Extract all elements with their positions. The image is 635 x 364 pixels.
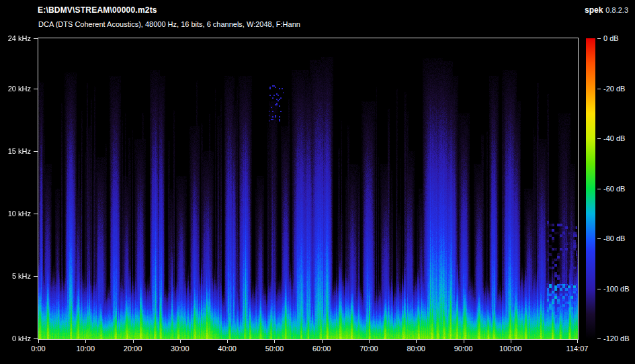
time-tick [38, 340, 39, 343]
db-tick [597, 38, 601, 39]
time-tick-label: 50:00 [253, 345, 296, 353]
freq-tick [34, 338, 38, 339]
freq-tick-label: 5 kHz [0, 272, 31, 280]
db-tick-label: -40 dB [603, 134, 625, 142]
db-tick-label: 0 dB [603, 34, 619, 42]
freq-tick-label: 24 kHz [0, 34, 31, 42]
time-tick-label: 70:00 [347, 345, 390, 353]
db-tick-label: -60 dB [603, 185, 625, 193]
db-tick-label: -100 dB [603, 285, 630, 293]
spek-window: E:\BDMV\STREAM\00000.m2ts spek0.8.2.3 DC… [0, 0, 635, 364]
freq-tick-label: 10 kHz [0, 210, 31, 218]
time-tick [133, 340, 134, 343]
freq-tick [34, 89, 38, 89]
freq-tick-label: 20 kHz [0, 85, 31, 93]
db-tick [597, 289, 601, 289]
spectrogram-canvas [38, 38, 578, 339]
freq-tick [34, 214, 38, 214]
db-tick-label: -120 dB [603, 334, 630, 343]
db-tick [597, 338, 601, 339]
time-tick-label: 40:00 [206, 345, 249, 353]
freq-tick-label: 0 kHz [0, 334, 31, 343]
freq-tick-label: 15 kHz [0, 147, 31, 155]
time-tick [85, 340, 86, 343]
time-tick-label: 114:07 [556, 345, 599, 353]
db-tick [597, 138, 601, 139]
time-tick [322, 340, 323, 343]
freq-tick [34, 151, 38, 152]
freq-tick [34, 38, 38, 39]
db-tick [597, 238, 601, 239]
stream-info: DCA (DTS Coherent Acoustics), 48000 Hz, … [38, 20, 300, 28]
app-name: spek [585, 5, 603, 15]
time-tick [369, 340, 370, 343]
app-brand: spek0.8.2.3 [585, 5, 628, 15]
time-tick-label: 30:00 [159, 345, 202, 353]
freq-tick [34, 276, 38, 277]
time-tick [227, 340, 228, 343]
time-tick-label: 80:00 [394, 345, 437, 353]
db-tick-label: -20 dB [603, 85, 625, 93]
spectrogram-frame [38, 38, 579, 340]
time-tick-label: 10:00 [64, 345, 107, 353]
app-version: 0.8.2.3 [605, 6, 628, 14]
db-tick [597, 189, 601, 189]
time-tick [464, 340, 464, 343]
time-tick-label: 20:00 [112, 345, 155, 353]
time-tick-label: 60:00 [300, 345, 343, 353]
time-tick-label: 90:00 [442, 345, 485, 353]
time-tick [511, 340, 511, 343]
time-tick [416, 340, 417, 343]
db-tick-label: -80 dB [603, 234, 625, 242]
time-tick [577, 340, 578, 343]
time-tick [180, 340, 181, 343]
db-legend-gradient [586, 38, 595, 339]
file-path-title: E:\BDMV\STREAM\00000.m2ts [38, 5, 157, 15]
time-tick [274, 340, 275, 343]
db-tick [597, 89, 601, 89]
time-tick-label: 100:00 [489, 345, 532, 353]
time-tick-label: 0:00 [17, 345, 60, 353]
